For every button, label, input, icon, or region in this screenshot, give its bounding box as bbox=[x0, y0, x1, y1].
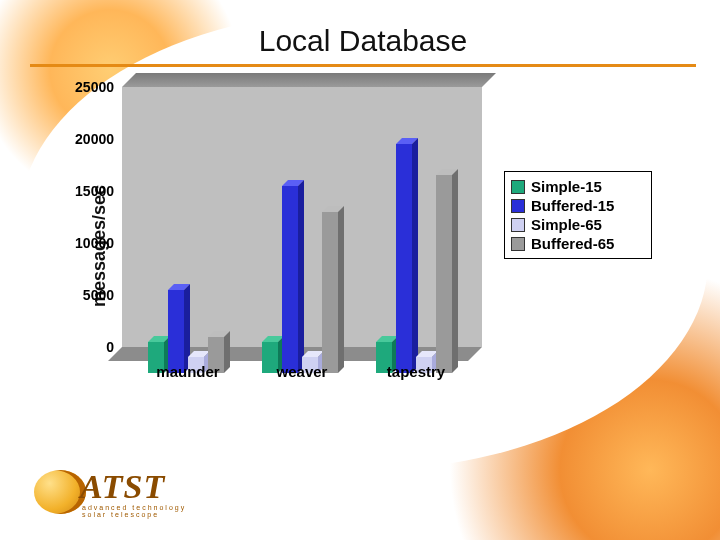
bars-container bbox=[122, 113, 482, 373]
legend: Simple-15Buffered-15Simple-65Buffered-65 bbox=[504, 171, 652, 259]
y-tick: 10000 bbox=[75, 235, 114, 251]
legend-item: Simple-15 bbox=[511, 178, 645, 195]
y-tick: 0 bbox=[106, 339, 114, 355]
logo: ATST advanced technology solar telescope bbox=[34, 470, 194, 518]
logo-mark-icon bbox=[34, 470, 86, 514]
legend-swatch-icon bbox=[511, 180, 525, 194]
logo-word: ATST bbox=[80, 468, 165, 506]
legend-label: Buffered-65 bbox=[531, 235, 614, 252]
bar bbox=[396, 144, 412, 373]
bar bbox=[282, 186, 298, 373]
x-tick-label: tapestry bbox=[387, 363, 445, 380]
y-tick: 20000 bbox=[75, 131, 114, 147]
bar bbox=[168, 290, 184, 373]
legend-label: Simple-65 bbox=[531, 216, 602, 233]
legend-item: Buffered-15 bbox=[511, 197, 645, 214]
chart: messages/sec 0500010000150002000025000 m… bbox=[48, 81, 648, 411]
logo-tagline: advanced technology solar telescope bbox=[82, 504, 194, 518]
x-tick-label: weaver bbox=[277, 363, 328, 380]
legend-label: Buffered-15 bbox=[531, 197, 614, 214]
y-axis: 0500010000150002000025000 bbox=[88, 87, 118, 347]
legend-swatch-icon bbox=[511, 199, 525, 213]
legend-item: Buffered-65 bbox=[511, 235, 645, 252]
page-title: Local Database bbox=[30, 24, 696, 58]
x-tick-label: maunder bbox=[156, 363, 219, 380]
content: Local Database messages/sec 050001000015… bbox=[30, 24, 696, 452]
bar bbox=[322, 212, 338, 373]
legend-label: Simple-15 bbox=[531, 178, 602, 195]
title-rule bbox=[30, 64, 696, 67]
legend-item: Simple-65 bbox=[511, 216, 645, 233]
y-tick: 5000 bbox=[83, 287, 114, 303]
y-tick: 25000 bbox=[75, 79, 114, 95]
y-tick: 15000 bbox=[75, 183, 114, 199]
bar bbox=[436, 175, 452, 373]
plot-area bbox=[122, 87, 482, 373]
legend-swatch-icon bbox=[511, 237, 525, 251]
legend-swatch-icon bbox=[511, 218, 525, 232]
